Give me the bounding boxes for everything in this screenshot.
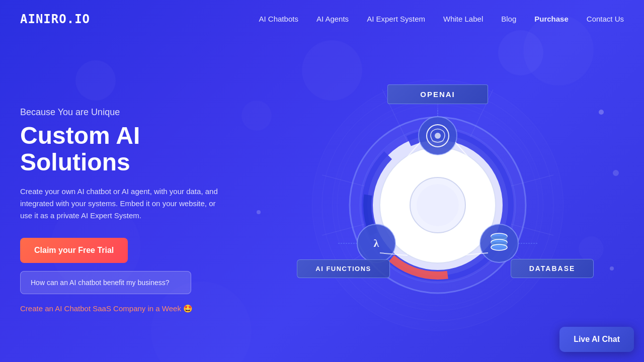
ai-diagram: λ	[307, 74, 569, 336]
diagram-svg: λ	[307, 74, 569, 336]
deco-dot-1	[599, 110, 604, 115]
logo[interactable]: AINIRO.IO	[20, 12, 90, 26]
deco-dot-3	[613, 170, 619, 176]
nav-ai-agents[interactable]: AI Agents	[316, 15, 349, 23]
nav-white-label[interactable]: White Label	[443, 15, 483, 23]
deco-dot-2	[610, 266, 614, 270]
cta-free-trial-button[interactable]: Claim your Free Trial	[20, 238, 128, 263]
blog-link[interactable]: Create an AI Chatbot SaaS Company in a W…	[20, 304, 193, 313]
right-panel: λ	[252, 59, 624, 351]
openai-label: OPENAI	[387, 84, 488, 104]
query-button[interactable]: How can an AI chatbot benefit my busines…	[20, 271, 191, 294]
database-label: DATABASE	[511, 259, 594, 278]
nav-blog[interactable]: Blog	[501, 15, 516, 23]
nav-ai-chatbots[interactable]: AI Chatbots	[259, 15, 298, 23]
svg-text:λ: λ	[374, 237, 379, 249]
ai-functions-label: AI FUNCTIONS	[297, 259, 390, 278]
nav-purchase[interactable]: Purchase	[534, 15, 569, 23]
navbar: AINIRO.IO AI Chatbots AI Agents AI Exper…	[0, 0, 644, 38]
deco-dot-4	[257, 210, 261, 214]
svg-point-19	[417, 184, 459, 226]
nav-contact-us[interactable]: Contact Us	[587, 15, 624, 23]
svg-point-22	[435, 133, 441, 139]
main-content: Because You are Unique Custom AI Solutio…	[0, 38, 644, 362]
nav-links: AI Chatbots AI Agents AI Expert System W…	[259, 15, 624, 24]
live-ai-chat-button[interactable]: Live AI Chat	[559, 327, 634, 352]
tagline: Because You are Unique	[20, 107, 252, 118]
logo-text: AINIRO.IO	[20, 12, 90, 26]
headline: Custom AI Solutions	[20, 123, 252, 176]
svg-point-30	[491, 244, 507, 250]
nav-ai-expert-system[interactable]: AI Expert System	[367, 15, 425, 23]
description: Create your own AI chatbot or AI agent, …	[20, 186, 221, 222]
left-panel: Because You are Unique Custom AI Solutio…	[20, 97, 252, 314]
